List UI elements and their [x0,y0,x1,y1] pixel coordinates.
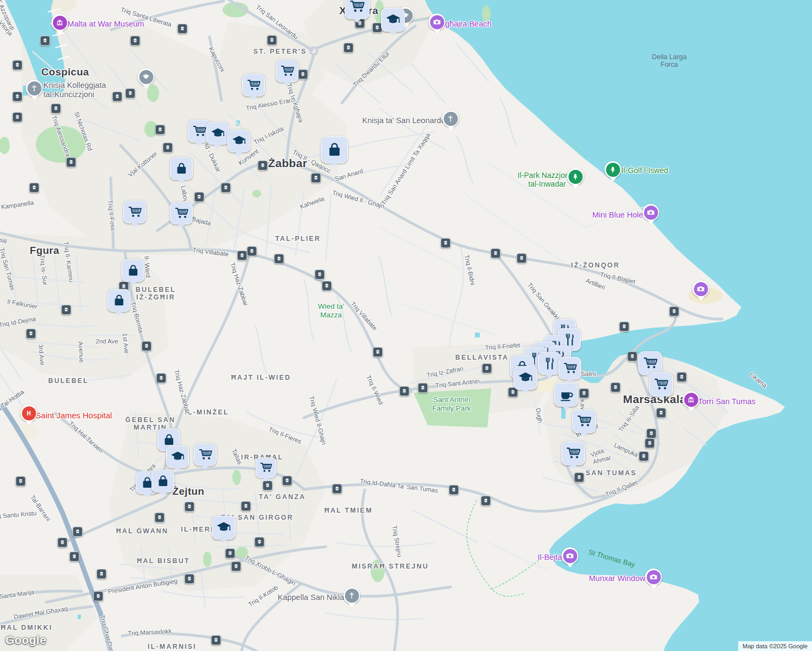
bus-stop-icon[interactable] [156,373,167,384]
bus-stop-icon[interactable] [579,388,589,399]
museum-pin-icon[interactable] [52,14,68,31]
shopping-cart-marker[interactable] [123,201,146,224]
poi-label[interactable]: Munxar Window [589,574,645,583]
park-label[interactable]: Sant'Antnin Family Park [432,395,471,412]
bus-stop-icon[interactable] [373,347,383,358]
bus-stop-icon[interactable] [155,125,166,135]
bus-stop-icon[interactable] [211,635,221,646]
poi-label[interactable]: Il-Bejta [537,553,562,562]
poi-label[interactable]: Mini Blue Hole [592,210,643,220]
shopping-cart-marker[interactable] [256,457,276,478]
bus-stop-icon[interactable] [418,383,428,393]
bus-stop-icon[interactable] [185,574,195,584]
graduation-cap-marker[interactable] [206,122,229,145]
church-pin-icon[interactable] [26,80,43,97]
shopping-cart-marker[interactable] [345,0,370,19]
bus-stop-icon[interactable] [481,496,491,506]
shopping-cart-marker[interactable] [649,372,673,396]
bus-stop-icon[interactable] [677,372,687,382]
bus-stop-icon[interactable] [177,24,188,34]
poi-label[interactable]: Knisja ta' San Leonardo [362,116,446,125]
graduation-cap-marker[interactable] [166,445,189,468]
park-label[interactable]: Wied ta' Mazza [318,302,344,319]
hospital-pin-icon[interactable] [21,405,37,422]
park-pin-icon[interactable] [567,168,584,185]
bus-stop-icon[interactable] [449,485,459,495]
shopping-bag-marker[interactable] [170,157,193,180]
graduation-cap-marker[interactable] [212,515,236,539]
graduation-cap-marker[interactable] [381,8,405,31]
bus-stop-icon[interactable] [274,254,284,264]
camera-pin-icon[interactable] [693,280,709,297]
bus-stop-icon[interactable] [517,253,527,264]
bus-stop-icon[interactable] [225,548,236,559]
bus-stop-icon[interactable] [221,183,231,193]
bus-stop-icon[interactable] [142,341,152,352]
bus-stop-icon[interactable] [298,69,308,80]
poi-label[interactable]: Kappella San Niklaw [278,593,350,602]
town-label[interactable]: Cospicua [41,66,89,78]
bus-stop-icon[interactable] [194,192,205,202]
bus-stop-icon[interactable] [258,161,268,171]
shopping-bag-marker[interactable] [321,136,348,163]
water-label[interactable]: Della Larga Forca [652,53,687,69]
bus-stop-icon[interactable] [482,363,492,374]
bus-stop-icon[interactable] [51,104,61,114]
bus-stop-icon[interactable] [130,36,141,46]
graduation-cap-marker[interactable] [227,130,250,152]
shopping-bag-marker[interactable] [107,289,130,312]
church-pin-icon[interactable] [442,110,459,127]
bus-stop-icon[interactable] [311,173,321,183]
bus-stop-icon[interactable] [656,408,667,418]
bus-stop-icon[interactable] [669,307,680,317]
camera-pin-icon[interactable] [645,569,662,585]
bus-stop-icon[interactable] [611,382,621,393]
bus-stop-icon[interactable] [344,43,354,53]
bus-stop-icon[interactable] [163,143,173,153]
bus-stop-icon[interactable] [26,329,36,339]
church-pin-icon[interactable] [344,587,360,604]
poi-label[interactable]: Xgħajra Beach [440,20,491,29]
poi-label[interactable]: Il-Ġolf l-Iswed [621,166,668,175]
coffee-marker[interactable] [554,382,578,406]
restaurant-marker[interactable] [538,352,561,375]
graduation-cap-marker[interactable] [513,366,537,390]
bus-stop-icon[interactable] [491,248,501,259]
bus-stop-icon[interactable] [185,502,195,512]
bus-stop-icon[interactable] [66,157,77,168]
bus-stop-icon[interactable] [73,527,83,537]
bus-stop-icon[interactable] [645,438,655,449]
shopping-cart-marker[interactable] [572,409,596,433]
bus-stop-icon[interactable] [58,538,68,548]
bus-stop-icon[interactable] [255,537,265,547]
bus-stop-icon[interactable] [12,92,23,102]
bus-stop-icon[interactable] [231,561,242,572]
bus-stop-icon[interactable] [29,183,40,193]
bus-stop-icon[interactable] [282,476,293,486]
museum-pin-icon[interactable] [683,391,700,408]
bus-stop-icon[interactable] [12,112,23,123]
bus-stop-icon[interactable] [155,513,165,523]
bus-stop-icon[interactable] [112,92,123,102]
bus-stop-icon[interactable] [97,569,107,579]
bus-stop-icon[interactable] [646,429,657,439]
shopping-cart-marker[interactable] [194,443,217,466]
bus-stop-icon[interactable] [40,36,50,46]
camera-pin-icon[interactable] [643,204,659,221]
camera-pin-icon[interactable] [429,14,446,30]
bus-stop-icon[interactable] [267,35,277,46]
bus-stop-icon[interactable] [12,60,23,71]
shopping-bag-marker[interactable] [151,470,174,493]
bus-stop-icon[interactable] [639,451,649,462]
shopping-bag-marker[interactable] [122,259,144,282]
bus-stop-icon[interactable] [241,501,251,512]
shopping-cart-marker[interactable] [170,202,193,225]
camera-pin-icon[interactable] [562,547,579,564]
shopping-cart-marker[interactable] [276,60,299,82]
shopping-cart-marker[interactable] [559,357,581,380]
bus-stop-icon[interactable] [322,281,332,291]
poi-label[interactable]: Knisja Kolleġġjata tal-Kunċizzjoni [43,81,106,99]
shopping-cart-marker[interactable] [242,74,265,97]
town-label[interactable]: Żejtun [173,486,205,497]
park-pin-icon[interactable] [605,161,621,178]
